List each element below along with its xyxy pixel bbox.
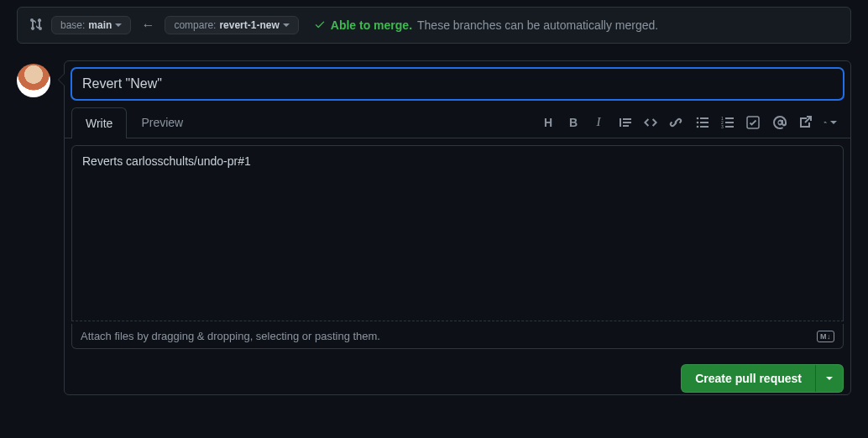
markdown-badge[interactable]: M↓ — [817, 331, 834, 342]
svg-rect-10 — [725, 122, 734, 123]
merge-able-text: Able to merge. — [331, 18, 412, 32]
pr-title-input[interactable] — [71, 68, 844, 100]
svg-point-2 — [697, 125, 699, 128]
compare-label: compare: — [174, 19, 216, 31]
md-toolbar: H B I 123 — [541, 116, 844, 129]
list-unordered-icon[interactable] — [696, 116, 709, 129]
create-pull-request-button[interactable]: Create pull request — [681, 364, 844, 393]
svg-rect-3 — [700, 117, 709, 119]
caret-down-icon — [830, 121, 837, 124]
cross-reference-icon[interactable] — [798, 116, 812, 129]
list-ordered-icon[interactable]: 123 — [721, 116, 735, 129]
tab-write[interactable]: Write — [71, 107, 127, 138]
svg-rect-5 — [700, 126, 709, 128]
avatar[interactable] — [17, 64, 50, 97]
svg-point-1 — [697, 121, 699, 123]
italic-icon[interactable]: I — [592, 116, 605, 129]
pr-composer: Write Preview H B I — [17, 60, 851, 395]
svg-text:3: 3 — [721, 124, 724, 129]
compare-branch: revert-1-new — [219, 19, 279, 31]
bold-icon[interactable]: B — [567, 116, 580, 129]
git-compare-icon — [29, 18, 43, 34]
caret-down-icon — [115, 23, 122, 27]
composer-bubble: Write Preview H B I — [64, 60, 851, 395]
mention-icon[interactable] — [773, 116, 787, 129]
check-icon — [314, 18, 326, 33]
svg-rect-9 — [725, 117, 734, 119]
caret-down-icon — [283, 23, 290, 27]
base-branch: main — [88, 19, 112, 31]
svg-point-0 — [697, 117, 699, 119]
caret-down-icon — [826, 377, 833, 380]
tasklist-icon[interactable] — [746, 116, 760, 129]
link-icon[interactable] — [669, 116, 682, 129]
compare-branch-selector[interactable]: compare: revert-1-new — [165, 16, 298, 34]
merge-status: Able to merge. These branches can be aut… — [314, 18, 658, 33]
base-label: base: — [60, 19, 85, 31]
create-pr-label: Create pull request — [682, 365, 815, 392]
quote-icon[interactable] — [619, 116, 632, 129]
attach-hint: Attach files by dragging & dropping, sel… — [81, 330, 380, 342]
heading-icon[interactable]: H — [541, 116, 555, 129]
base-branch-selector[interactable]: base: main — [51, 16, 131, 34]
svg-rect-11 — [725, 126, 734, 128]
tabs: Write Preview — [71, 107, 197, 138]
svg-rect-4 — [700, 122, 709, 123]
merge-note-text: These branches can be automatically merg… — [417, 18, 658, 32]
compare-bar: base: main ← compare: revert-1-new Able … — [17, 7, 851, 44]
arrow-left-icon: ← — [139, 18, 156, 33]
reply-icon[interactable] — [824, 116, 837, 129]
create-pr-dropdown[interactable] — [815, 365, 843, 392]
pr-body-textarea[interactable] — [71, 145, 844, 321]
code-icon[interactable] — [644, 116, 657, 129]
tab-preview[interactable]: Preview — [127, 107, 197, 138]
tabs-row: Write Preview H B I — [65, 107, 850, 138]
attach-files-bar[interactable]: Attach files by dragging & dropping, sel… — [71, 324, 844, 349]
